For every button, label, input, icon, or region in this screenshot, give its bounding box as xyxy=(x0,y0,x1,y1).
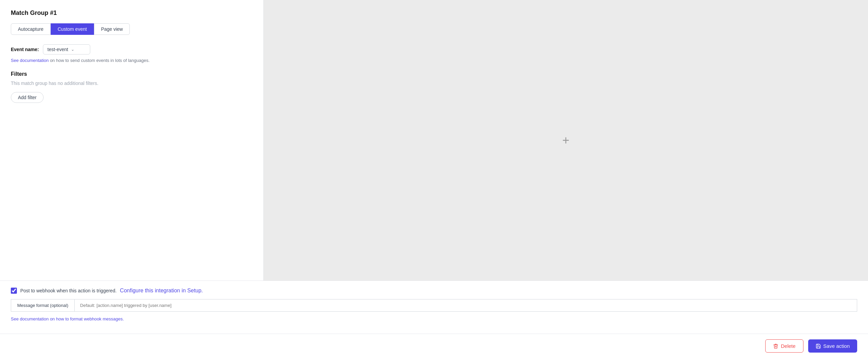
footer-actions: Delete Save action xyxy=(0,334,868,358)
doc-link-text: See documentation on how to send custom … xyxy=(11,58,252,63)
event-name-value: test-event xyxy=(47,47,68,52)
match-group-title: Match Group #1 xyxy=(11,9,252,17)
tab-page-view[interactable]: Page view xyxy=(94,23,130,35)
webhook-label: Post to webhook when this action is trig… xyxy=(20,288,117,293)
bottom-section: Post to webhook when this action is trig… xyxy=(0,281,868,334)
tab-group: Autocapture Custom event Page view xyxy=(11,23,252,35)
delete-label: Delete xyxy=(781,343,795,349)
tab-custom-event[interactable]: Custom event xyxy=(51,23,94,35)
save-label: Save action xyxy=(823,343,850,349)
add-filter-button[interactable]: Add filter xyxy=(11,92,44,103)
filters-section: Filters This match group has no addition… xyxy=(11,71,252,103)
event-name-label: Event name: xyxy=(11,47,39,52)
webhook-doc-link[interactable]: See documentation on how to format webho… xyxy=(11,316,124,321)
plus-icon[interactable]: + xyxy=(562,134,569,147)
page-wrapper: Match Group #1 Autocapture Custom event … xyxy=(0,0,868,358)
event-name-row: Event name: test-event ⌄ xyxy=(11,44,252,54)
message-format-tab-label: Message format (optional) xyxy=(11,299,75,311)
main-content: Match Group #1 Autocapture Custom event … xyxy=(0,0,868,281)
filters-title: Filters xyxy=(11,71,252,77)
doc-link-rest: on how to send custom events in lots of … xyxy=(49,58,149,63)
delete-button[interactable]: Delete xyxy=(765,339,803,353)
right-panel: + xyxy=(264,0,868,281)
left-panel: Match Group #1 Autocapture Custom event … xyxy=(0,0,264,281)
event-name-select[interactable]: test-event ⌄ xyxy=(43,44,90,54)
save-action-button[interactable]: Save action xyxy=(808,339,857,353)
tab-autocapture[interactable]: Autocapture xyxy=(11,23,51,35)
see-documentation-link[interactable]: See documentation xyxy=(11,58,49,63)
chevron-down-icon: ⌄ xyxy=(71,47,74,52)
webhook-checkbox[interactable] xyxy=(11,288,17,294)
trash-icon xyxy=(773,343,778,349)
configure-integration-link[interactable]: Configure this integration in Setup. xyxy=(120,288,203,294)
message-format-input[interactable] xyxy=(75,299,857,311)
message-format-row: Message format (optional) xyxy=(11,299,857,312)
save-icon xyxy=(816,343,821,349)
filters-empty-message: This match group has no additional filte… xyxy=(11,81,252,86)
webhook-row: Post to webhook when this action is trig… xyxy=(11,288,857,294)
